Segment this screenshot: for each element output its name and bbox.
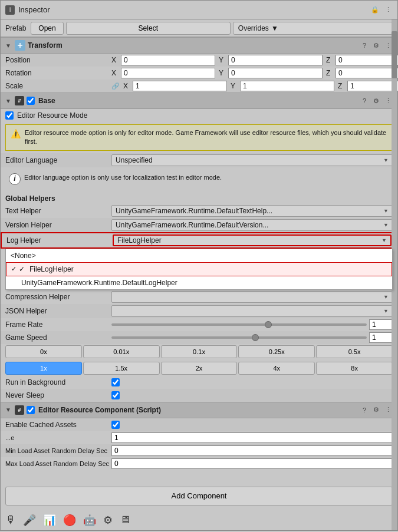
speed-0x-button[interactable]: 0x <box>5 345 82 358</box>
overrides-dropdown[interactable]: Overrides ▼ <box>233 22 393 35</box>
transform-settings-icon[interactable]: ⚙ <box>371 41 381 50</box>
editor-resource-mode-checkbox[interactable] <box>5 111 14 120</box>
base-enabled-checkbox[interactable] <box>27 97 35 105</box>
log-helper-none-option[interactable]: <None> <box>6 249 392 262</box>
rotation-value: X Y Z <box>111 68 398 78</box>
transform-chevron[interactable]: ▼ <box>5 42 11 49</box>
run-in-background-checkbox[interactable] <box>111 378 120 386</box>
position-value: X Y Z <box>111 55 398 65</box>
game-speed-input[interactable] <box>369 332 393 343</box>
footer-icon-4[interactable]: 🔴 <box>63 514 76 527</box>
footer-icon-3[interactable]: 📊 <box>43 514 56 527</box>
menu-icon[interactable]: ⋮ <box>383 5 393 15</box>
scale-z-input[interactable] <box>347 81 398 91</box>
add-component-button[interactable]: Add Component <box>5 487 393 505</box>
compression-helper-dropdown[interactable]: ▼ <box>111 291 393 303</box>
position-row: Position X Y Z <box>1 54 397 67</box>
footer-icon-7[interactable]: 🖥 <box>120 514 130 526</box>
cached-assets-count-row: ...e <box>1 431 397 444</box>
max-load-input[interactable] <box>111 458 393 469</box>
scale-label: Scale <box>5 82 111 90</box>
game-speed-row: Game Speed <box>1 331 397 344</box>
pos-z-input[interactable] <box>335 55 398 65</box>
scale-x-input[interactable] <box>133 81 227 91</box>
inspector-icon: i <box>5 5 15 15</box>
log-helper-dropdown[interactable]: FileLogHelper ▼ <box>113 234 392 246</box>
pos-z-label: Z <box>326 56 334 64</box>
speed-15x-button[interactable]: 1.5x <box>83 362 160 375</box>
transform-icon <box>15 40 25 51</box>
base-settings-icon[interactable]: ⚙ <box>371 96 381 105</box>
max-load-row: Max Load Asset Random Delay Sec <box>1 457 397 470</box>
rot-x-input[interactable] <box>121 68 215 78</box>
base-help-icon[interactable]: ? <box>360 96 369 105</box>
rot-z-input[interactable] <box>335 68 398 78</box>
window-title: Inspector <box>18 5 50 14</box>
footer-icon-6[interactable]: ⚙ <box>103 514 113 527</box>
rot-y-input[interactable] <box>228 68 323 78</box>
scale-y-label: Y <box>231 82 239 90</box>
frame-rate-slider-container <box>111 319 393 330</box>
transform-section-icons: ? ⚙ ⋮ <box>360 41 393 50</box>
add-component-area: Add Component <box>1 482 397 510</box>
pos-x-input[interactable] <box>121 55 215 65</box>
enable-cached-assets-checkbox[interactable] <box>111 421 120 429</box>
game-speed-slider[interactable] <box>111 336 367 339</box>
log-helper-row: Log Helper FileLogHelper ▼ <box>1 232 397 249</box>
lock-icon[interactable]: 🔒 <box>370 5 380 15</box>
transform-help-icon[interactable]: ? <box>360 41 369 50</box>
speed-01x-button[interactable]: 0.1x <box>161 345 238 358</box>
log-helper-popup: <None> ✓ FileLogHelper UnityGameFramewor… <box>5 249 393 290</box>
speed-05x-button[interactable]: 0.5x <box>316 345 393 358</box>
json-helper-dropdown[interactable]: ▼ <box>111 305 393 317</box>
title-bar-right: 🔒 ⋮ <box>370 5 393 15</box>
rot-x-label: X <box>111 69 120 77</box>
speed-8x-button[interactable]: 8x <box>316 362 393 375</box>
erc-title: Editor Resource Component (Script) <box>38 406 357 414</box>
base-chevron[interactable]: ▼ <box>5 98 11 104</box>
erc-help-icon[interactable]: ? <box>360 405 369 415</box>
never-sleep-checkbox[interactable] <box>111 391 120 399</box>
log-helper-label: Log Helper <box>6 236 113 244</box>
frame-rate-thumb[interactable] <box>265 321 272 328</box>
speed-001x-button[interactable]: 0.01x <box>83 345 160 358</box>
base-header: ▼ # Base ? ⚙ ⋮ <box>1 92 397 109</box>
editor-language-arrow: ▼ <box>383 157 389 163</box>
select-button[interactable]: Select <box>66 22 231 35</box>
footer-icon-5[interactable]: 🤖 <box>83 514 96 527</box>
erc-enabled-checkbox[interactable] <box>27 406 35 414</box>
speed-2x-button[interactable]: 2x <box>161 362 238 375</box>
speed-4x-button[interactable]: 4x <box>238 362 315 375</box>
open-button[interactable]: Open <box>31 22 63 35</box>
version-helper-row: Version Helper UnityGameFramework.Runtim… <box>1 218 397 232</box>
warning-box: ⚠️ Editor resource mode option is only f… <box>5 124 393 151</box>
scrollbar-thumb[interactable] <box>392 31 397 78</box>
pos-x-label: X <box>111 56 120 64</box>
speed-1x-button[interactable]: 1x <box>5 362 82 375</box>
pos-y-input[interactable] <box>228 55 323 65</box>
game-speed-thumb[interactable] <box>252 334 259 341</box>
scale-link-icon: 🔗 <box>111 82 120 90</box>
log-helper-filelog-option[interactable]: ✓ FileLogHelper <box>6 262 392 276</box>
footer-icon-2[interactable]: 🎤 <box>23 514 36 527</box>
min-load-label: Min Load Asset Random Delay Sec <box>5 447 111 454</box>
log-helper-value: FileLogHelper <box>117 236 162 244</box>
erc-settings-icon[interactable]: ⚙ <box>371 405 381 415</box>
version-helper-dropdown[interactable]: UnityGameFramework.Runtime.DefaultVersio… <box>111 219 393 231</box>
cached-assets-count-input[interactable] <box>111 432 393 443</box>
scale-x-label: X <box>123 82 131 90</box>
editor-language-dropdown[interactable]: Unspecified ▼ <box>111 154 393 166</box>
log-helper-filelog-label: FileLogHelper <box>29 265 74 273</box>
warning-icon: ⚠️ <box>9 128 21 140</box>
scale-y-input[interactable] <box>240 81 334 91</box>
erc-chevron[interactable]: ▼ <box>5 407 11 413</box>
speed-025x-button[interactable]: 0.25x <box>238 345 315 358</box>
log-helper-unity-option[interactable]: UnityGameFramework.Runtime.DefaultLogHel… <box>6 276 392 289</box>
frame-rate-slider[interactable] <box>111 323 367 326</box>
base-title: Base <box>38 97 357 105</box>
footer-icon-1[interactable]: 🎙 <box>5 514 16 526</box>
text-helper-dropdown[interactable]: UnityGameFramework.Runtime.DefaultTextHe… <box>111 205 393 217</box>
never-sleep-label: Never Sleep <box>5 391 111 399</box>
frame-rate-input[interactable] <box>369 319 393 330</box>
min-load-input[interactable] <box>111 445 393 456</box>
